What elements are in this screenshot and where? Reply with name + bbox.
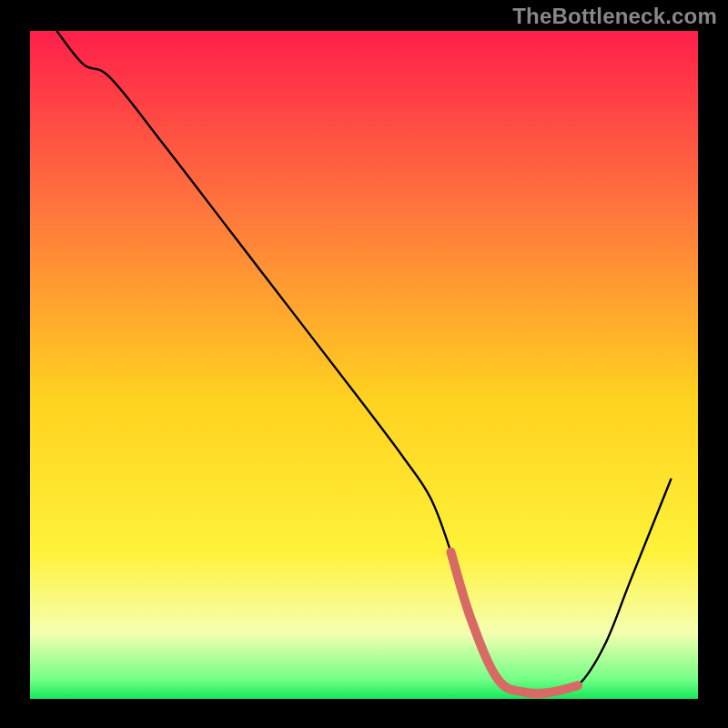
chart-frame: TheBottleneck.com (0, 0, 728, 728)
plot-background (30, 31, 698, 699)
watermark-text: TheBottleneck.com (512, 4, 717, 29)
bottleneck-chart (0, 0, 728, 728)
